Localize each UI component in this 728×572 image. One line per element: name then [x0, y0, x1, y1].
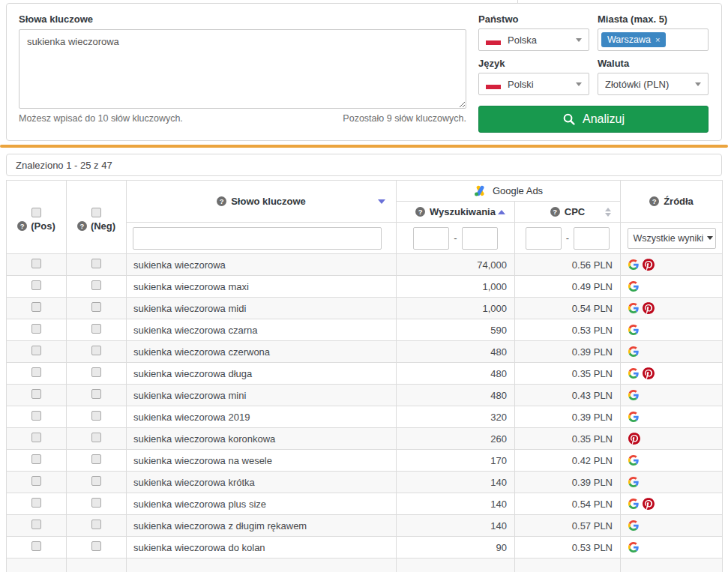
sort-desc-icon[interactable]: [378, 199, 385, 204]
pos-checkbox[interactable]: [31, 367, 41, 377]
neg-checkbox[interactable]: [91, 541, 101, 551]
searches-column-header[interactable]: ? Wyszukiwania: [397, 202, 515, 223]
keyword-cell: sukienka wieczorowa z długim rękawem: [127, 515, 397, 537]
neg-checkbox[interactable]: [91, 280, 101, 290]
cities-input[interactable]: Warszawa ×: [598, 28, 709, 51]
keyword-filter-input[interactable]: [133, 227, 382, 250]
cpc-cell: 0.49 PLN: [515, 276, 621, 298]
neg-checkbox[interactable]: [91, 346, 101, 355]
cpc-min-input[interactable]: [526, 227, 562, 250]
neg-checkbox[interactable]: [91, 259, 101, 268]
currency-label: Waluta: [598, 58, 709, 69]
currency-select[interactable]: Złotówki (PLN): [598, 73, 709, 95]
google-icon[interactable]: [628, 325, 639, 335]
help-icon[interactable]: ?: [415, 207, 425, 217]
pinterest-icon[interactable]: [628, 433, 640, 445]
cpc-cell: 0.39 PLN: [515, 341, 621, 363]
cpc-cell: 0.35 PLN: [515, 363, 621, 385]
sources-cell: [621, 406, 723, 428]
pos-checkbox[interactable]: [31, 476, 41, 486]
google-icon[interactable]: [628, 520, 639, 531]
searches-cell: 74,000: [397, 254, 515, 276]
cpc-cell: 0.35 PLN: [515, 428, 621, 450]
neg-checkbox[interactable]: [91, 433, 101, 442]
neg-checkbox[interactable]: [91, 324, 101, 334]
pos-checkbox[interactable]: [31, 259, 41, 268]
google-icon[interactable]: [628, 455, 639, 466]
sources-cell: [621, 493, 723, 515]
neg-checkbox[interactable]: [91, 367, 101, 377]
pinterest-icon[interactable]: [643, 498, 655, 510]
searches-cell: 140: [397, 515, 515, 537]
pinterest-icon[interactable]: [643, 302, 655, 314]
pos-select-all-checkbox[interactable]: [31, 208, 41, 217]
pinterest-icon[interactable]: [643, 367, 655, 379]
neg-checkbox[interactable]: [91, 302, 101, 312]
neg-checkbox[interactable]: [91, 389, 101, 399]
sort-both-icon[interactable]: [605, 208, 611, 217]
sources-filter-cell: Wszystkie wyniki: [621, 223, 723, 254]
city-tag-label: Warszawa: [607, 34, 651, 45]
searches-cell: 140: [397, 493, 515, 515]
neg-checkbox[interactable]: [91, 520, 101, 529]
help-icon[interactable]: ?: [649, 196, 659, 206]
sort-asc-icon[interactable]: [498, 210, 505, 214]
help-icon[interactable]: ?: [550, 207, 560, 217]
analyze-button[interactable]: Analizuj: [478, 106, 709, 133]
remove-city-icon[interactable]: ×: [655, 35, 660, 44]
table-row: sukienka wieczorowa koronkowa 260 0.35 P…: [7, 428, 723, 450]
keywords-label: Słowa kluczowe: [19, 13, 466, 25]
keyword-column-header[interactable]: ? Słowo kluczowe: [127, 181, 397, 223]
pos-checkbox[interactable]: [31, 541, 41, 551]
keywords-hint-left: Możesz wpisać do 10 słów kluczowych.: [19, 113, 183, 124]
language-select[interactable]: Polski: [478, 73, 589, 95]
google-icon[interactable]: [628, 281, 639, 292]
google-icon[interactable]: [628, 412, 639, 422]
google-icon[interactable]: [628, 368, 639, 379]
pos-checkbox[interactable]: [31, 280, 41, 290]
pos-checkbox[interactable]: [31, 498, 41, 508]
pos-checkbox[interactable]: [31, 411, 41, 421]
help-icon[interactable]: ?: [17, 221, 27, 231]
cpc-column-header[interactable]: ? CPC: [515, 202, 621, 223]
google-icon[interactable]: [628, 259, 639, 270]
table-row: sukienka wieczorowa do kolan 90 0.53 PLN: [7, 537, 723, 559]
google-icon[interactable]: [628, 390, 639, 400]
neg-checkbox[interactable]: [91, 498, 101, 508]
cpc-cell: [515, 559, 621, 572]
sources-cell: [621, 559, 723, 572]
google-icon[interactable]: [628, 346, 639, 357]
searches-max-input[interactable]: [462, 227, 498, 250]
searches-min-input[interactable]: [413, 227, 449, 250]
pos-checkbox[interactable]: [31, 302, 41, 312]
google-icon[interactable]: [628, 499, 639, 509]
pinterest-icon[interactable]: [643, 259, 655, 271]
pos-checkbox[interactable]: [31, 433, 41, 442]
sources-filter-value: Wszystkie wyniki: [634, 233, 704, 244]
google-icon[interactable]: [628, 477, 639, 487]
country-select[interactable]: Polska: [478, 28, 589, 51]
neg-checkbox[interactable]: [91, 476, 101, 486]
cpc-max-input[interactable]: [574, 227, 610, 250]
pos-checkbox[interactable]: [31, 520, 41, 529]
pos-checkbox[interactable]: [31, 346, 41, 355]
keyword-cell: sukienka wieczorowa krótka: [127, 472, 397, 493]
google-icon[interactable]: [628, 542, 639, 553]
help-icon[interactable]: ?: [77, 221, 87, 231]
keyword-cell: sukienka wieczorowa 2019: [127, 406, 397, 428]
pos-checkbox[interactable]: [31, 389, 41, 399]
sources-filter-select[interactable]: Wszystkie wyniki: [628, 228, 716, 249]
pos-checkbox[interactable]: [31, 324, 41, 334]
help-icon[interactable]: ?: [217, 196, 226, 206]
sources-cell: [621, 385, 723, 406]
google-icon[interactable]: [628, 303, 639, 313]
table-row: sukienka wieczorowa długa 480 0.35 PLN: [7, 363, 723, 385]
neg-select-all-checkbox[interactable]: [91, 208, 101, 217]
neg-checkbox[interactable]: [91, 411, 101, 421]
keywords-textarea[interactable]: sukienka wieczorowa: [19, 29, 466, 109]
cpc-cell: 0.53 PLN: [515, 319, 621, 341]
pos-checkbox[interactable]: [31, 454, 41, 464]
neg-checkbox[interactable]: [91, 454, 101, 464]
cpc-cell: 0.43 PLN: [515, 385, 621, 406]
city-tag[interactable]: Warszawa ×: [601, 32, 666, 47]
